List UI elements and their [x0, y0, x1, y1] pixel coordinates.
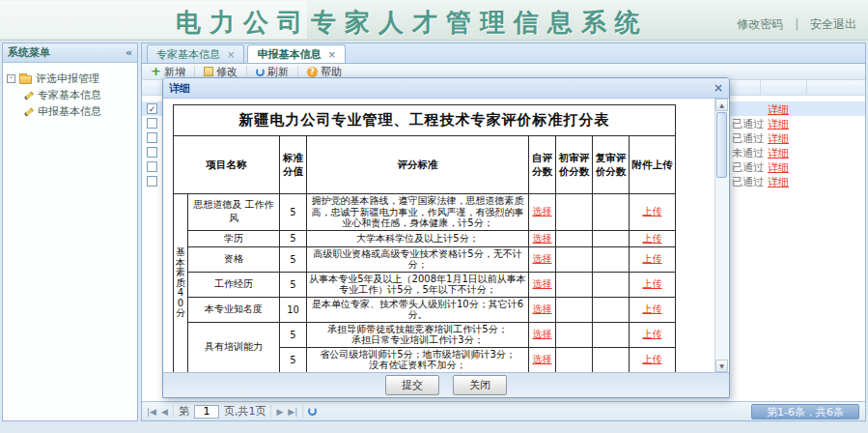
detail-link[interactable]: 详细	[768, 117, 789, 131]
table-row: 具有培训能力 5 承担导师带徒或技能竞赛培训工作计5分； 承担日常专业培训工作计…	[174, 322, 676, 347]
folder-icon	[19, 75, 32, 84]
row-checkbox[interactable]	[147, 147, 157, 158]
upload-link[interactable]: 上传	[643, 354, 662, 364]
modal-title: 详细	[169, 81, 190, 96]
system-menu-tree: - 评选申报管理 专家基本信息 申报基本信息	[3, 63, 137, 128]
modal-footer: 提交 关闭	[163, 372, 729, 397]
tree-expand-icon[interactable]: -	[7, 74, 15, 83]
detail-link[interactable]: 详细	[768, 146, 789, 160]
status-text: 已通过	[732, 117, 764, 131]
select-link[interactable]: 选择	[533, 329, 552, 339]
upload-link[interactable]: 上传	[643, 233, 662, 244]
next-page-button[interactable]: ▶	[276, 407, 283, 417]
page-number-input[interactable]	[194, 405, 219, 419]
scrollbar-thumb[interactable]	[716, 112, 727, 178]
select-link[interactable]: 选择	[533, 253, 552, 264]
modal-titlebar[interactable]: 详细 ×	[163, 78, 729, 99]
submit-button[interactable]: 提交	[385, 375, 439, 395]
application-window: 电力公司专家人才管理信息系统 修改密码 | 安全退出 系统菜单 « - 评选申报…	[0, 0, 868, 433]
tree-item-label: 专家基本信息	[38, 88, 101, 102]
app-title: 电力公司专家人才管理信息系统	[176, 6, 649, 40]
prev-page-button[interactable]: ◀	[161, 407, 168, 417]
plus-icon: +	[151, 67, 161, 76]
row-checkbox[interactable]	[147, 132, 157, 143]
row-checkbox[interactable]	[147, 161, 157, 172]
close-button[interactable]: 关闭	[453, 375, 507, 395]
select-link[interactable]: 选择	[533, 233, 552, 244]
table-row: 基本素质40分 思想道德及 工作作风 5 拥护党的基本路线，遵守国家法律，思想道…	[174, 194, 676, 231]
table-row: 工作经历 5 从事本专业5年及以上（2008年1月1日以前从事本专业工作）计5分…	[174, 272, 676, 297]
modal-scrollbar[interactable]: ▲ ▼	[714, 99, 728, 372]
detail-link[interactable]: 详细	[768, 131, 789, 146]
tree-root-label: 评选申报管理	[36, 72, 99, 86]
upload-link[interactable]: 上传	[643, 303, 662, 314]
modal-body: 新疆电力公司专业管理、工程技术专家评价标准打分表 项目名称 标准分值 评分标准 …	[163, 99, 729, 372]
upload-link[interactable]: 上传	[643, 278, 662, 289]
close-icon[interactable]: ×	[714, 81, 723, 95]
page-prefix: 第	[179, 404, 189, 419]
select-link[interactable]: 选择	[533, 354, 552, 364]
pagination-bar: ◀ ◀ 第 页,共1页 ▶ ▶ 第1-6条，共6条	[142, 401, 865, 420]
status-text: 已通过	[732, 131, 764, 146]
tab-close-icon[interactable]: ×	[227, 49, 235, 60]
refresh-icon	[256, 68, 265, 76]
scroll-down-icon[interactable]: ▼	[715, 360, 728, 372]
sidebar-title: 系统菜单	[8, 45, 50, 60]
score-table: 新疆电力公司专业管理、工程技术专家评价标准打分表 项目名称 标准分值 评分标准 …	[173, 104, 676, 372]
tab-bar: 专家基本信息 × 申报基本信息 ×	[142, 43, 865, 64]
help-icon: ?	[307, 67, 318, 77]
select-link[interactable]: 选择	[533, 206, 552, 216]
record-count-badge: 第1-6条，共6条	[751, 404, 859, 419]
tab-expert-info[interactable]: 专家基本信息 ×	[147, 44, 244, 63]
upload-link[interactable]: 上传	[643, 329, 662, 339]
last-page-button[interactable]: ▶	[288, 407, 297, 417]
collapse-sidebar-button[interactable]: «	[126, 46, 132, 59]
row-checkbox[interactable]	[147, 118, 157, 129]
pencil-icon	[24, 91, 34, 100]
tab-close-icon[interactable]: ×	[327, 49, 335, 60]
upload-link[interactable]: 上传	[643, 206, 662, 216]
pencil-icon	[24, 107, 34, 116]
refresh-grid-icon[interactable]	[308, 407, 317, 416]
table-row: 本专业知名度 10 是本单位专家、技术带头人级别计10分；其它计6分。 选择 上…	[174, 297, 676, 322]
select-link[interactable]: 选择	[533, 303, 552, 314]
select-link[interactable]: 选择	[533, 278, 552, 289]
row-checkbox[interactable]: ✓	[147, 103, 157, 114]
score-table-title: 新疆电力公司专业管理、工程技术专家评价标准打分表	[174, 105, 676, 136]
tree-item-label: 申报基本信息	[38, 104, 101, 119]
detail-link[interactable]: 详细	[768, 102, 789, 117]
sidebar-item-apply-info[interactable]: 申报基本信息	[7, 103, 133, 120]
page-suffix: 页,共1页	[224, 404, 266, 419]
sidebar: 系统菜单 « - 评选申报管理 专家基本信息 申报基本信息	[2, 43, 138, 421]
edit-icon	[204, 67, 213, 76]
table-row: 学历 5 大学本科学位及以上计5分； 选择 上传	[174, 230, 676, 246]
row-checkbox[interactable]	[147, 176, 157, 187]
first-page-button[interactable]: ◀	[147, 407, 156, 417]
sidebar-item-expert-info[interactable]: 专家基本信息	[7, 87, 133, 103]
group-label: 基本素质40分	[174, 194, 188, 373]
detail-link[interactable]: 详细	[768, 175, 789, 189]
logout-link[interactable]: 安全退出	[810, 17, 856, 31]
app-header: 电力公司专家人才管理信息系统 修改密码 | 安全退出	[0, 0, 868, 41]
change-password-link[interactable]: 修改密码	[737, 17, 783, 31]
detail-link[interactable]: 详细	[768, 160, 789, 175]
table-row: 资格 5 高级职业资格或高级专业技术资格计5分，无不计分； 选择 上传	[174, 246, 676, 272]
status-text: 已通过	[732, 160, 764, 175]
header-link-divider: |	[795, 17, 798, 31]
status-text: 未通过	[732, 146, 764, 160]
upload-link[interactable]: 上传	[643, 253, 662, 264]
status-text: 已通过	[732, 175, 764, 189]
detail-modal: 详细 × 新疆电力公司专业管理、工程技术专家评价标准打分表 项目名称	[162, 77, 730, 398]
score-table-header: 项目名称 标准分值 评分标准 自评分数 初审评价分数 复审评价分数 附件上传	[174, 136, 676, 194]
tab-apply-info[interactable]: 申报基本信息 ×	[247, 44, 345, 63]
scroll-up-icon[interactable]: ▲	[715, 99, 728, 111]
tree-node-root[interactable]: - 评选申报管理	[7, 71, 133, 87]
